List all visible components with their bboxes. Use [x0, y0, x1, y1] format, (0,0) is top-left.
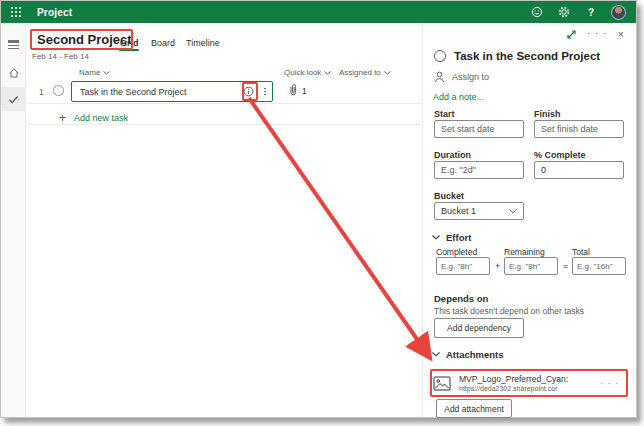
add-dependency-button[interactable]: Add dependency	[434, 318, 524, 338]
panel-more-icon[interactable]: · · ·	[587, 31, 608, 37]
chevron-down-icon	[384, 71, 391, 75]
task-more-icon[interactable]	[258, 88, 272, 96]
depends-on-title: Depends on	[434, 293, 488, 304]
column-header-assigned-to[interactable]: Assigned to	[339, 68, 391, 77]
attachment-more-icon[interactable]: · · ·	[600, 378, 619, 388]
chevron-down-icon	[103, 71, 110, 75]
chevron-down-icon	[432, 352, 440, 357]
project-date-range: Feb 14 - Feb 14	[32, 52, 89, 61]
effort-remaining-input[interactable]	[504, 257, 558, 275]
chevron-down-icon	[324, 71, 331, 75]
plus-icon: +	[59, 111, 66, 125]
add-note-link[interactable]: Add a note...	[433, 92, 484, 102]
paperclip-icon	[289, 84, 298, 97]
person-icon	[434, 71, 445, 83]
left-nav-rail	[1, 23, 26, 417]
start-label: Start	[434, 109, 455, 119]
plus-operator: +	[495, 261, 500, 271]
finish-date-input[interactable]	[534, 120, 624, 138]
duration-input[interactable]	[434, 161, 524, 179]
quick-look-cell[interactable]: 1	[289, 84, 307, 97]
total-label: Total	[572, 247, 590, 257]
attachment-url: https://deda2302.sharepoint.cor	[459, 385, 568, 392]
percent-complete-label: % Complete	[534, 150, 586, 160]
feedback-smiley-icon[interactable]	[530, 5, 544, 19]
close-icon[interactable]: ×	[618, 28, 624, 40]
attachment-name: MVP_Logo_Preferred_Cyan:	[459, 374, 568, 384]
app-title: Project	[37, 7, 72, 18]
nav-hamburger-icon[interactable]	[1, 29, 26, 53]
panel-divider	[422, 23, 423, 417]
bucket-select[interactable]: Bucket 1	[434, 202, 524, 220]
task-complete-circle[interactable]	[53, 85, 64, 96]
image-icon	[433, 376, 451, 391]
tab-board[interactable]: Board	[151, 38, 175, 48]
percent-complete-input[interactable]	[534, 161, 624, 179]
user-avatar[interactable]	[611, 5, 626, 20]
column-header-name[interactable]: Name	[79, 68, 110, 77]
panel-task-circle[interactable]	[434, 50, 446, 62]
tab-grid[interactable]: Grid	[120, 38, 139, 48]
column-header-quick-look[interactable]: Quick look	[284, 68, 331, 77]
waffle-menu-icon[interactable]	[10, 6, 22, 18]
chevron-down-icon	[509, 209, 517, 214]
expand-panel-icon[interactable]	[566, 29, 577, 40]
chevron-down-icon	[432, 235, 440, 240]
row-number: 1	[39, 87, 44, 97]
assign-to-field[interactable]: Assign to	[434, 71, 489, 83]
app-window: Project ?	[0, 0, 637, 418]
task-name-cell[interactable]: Task in the Second Project	[71, 81, 273, 102]
effort-total-input[interactable]	[572, 257, 626, 275]
help-icon[interactable]: ?	[584, 5, 598, 19]
panel-task-title: Task in the Second Project	[454, 50, 600, 62]
equals-operator: =	[563, 261, 568, 271]
tab-timeline[interactable]: Timeline	[186, 38, 220, 48]
effort-section-header[interactable]: Effort	[432, 232, 471, 243]
nav-tasks-icon[interactable]	[1, 87, 26, 111]
task-info-icon[interactable]	[243, 86, 254, 97]
row-divider	[27, 103, 422, 104]
add-new-task-button[interactable]: + Add new task	[59, 111, 128, 125]
attachment-item[interactable]: MVP_Logo_Preferred_Cyan: https://deda230…	[433, 371, 623, 395]
completed-label: Completed	[436, 247, 477, 257]
attachment-count: 1	[302, 86, 307, 96]
start-date-input[interactable]	[434, 120, 524, 138]
nav-home-icon[interactable]	[1, 61, 26, 85]
active-tab-underline	[119, 49, 139, 51]
remaining-label: Remaining	[504, 247, 545, 257]
project-title: Second Project	[37, 32, 132, 47]
settings-gear-icon[interactable]	[557, 5, 571, 19]
task-name: Task in the Second Project	[80, 87, 243, 97]
add-attachment-button[interactable]: Add attachment	[436, 399, 512, 418]
bucket-label: Bucket	[434, 191, 464, 201]
top-bar: Project ?	[1, 1, 636, 23]
effort-completed-input[interactable]	[436, 257, 490, 275]
finish-label: Finish	[534, 109, 561, 119]
depends-on-empty-text: This task doesn't depend on other tasks	[434, 306, 584, 316]
attachments-section-header[interactable]: Attachments	[432, 349, 504, 360]
row-divider	[27, 124, 422, 125]
duration-label: Duration	[434, 150, 471, 160]
